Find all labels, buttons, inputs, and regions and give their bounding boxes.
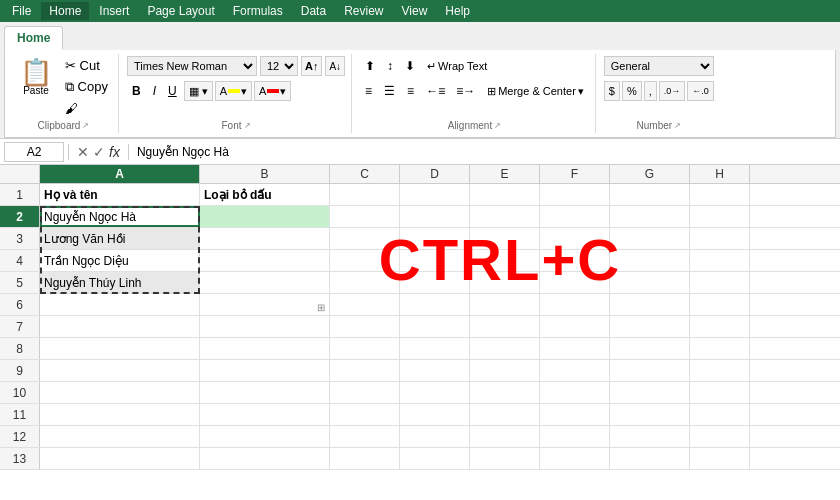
decrease-decimal-button[interactable]: ←.0: [687, 81, 714, 101]
cell-g1[interactable]: [610, 184, 690, 205]
cell-c1[interactable]: [330, 184, 400, 205]
menu-file[interactable]: File: [4, 2, 39, 20]
cell-f13[interactable]: [540, 448, 610, 469]
cell-b7[interactable]: [200, 316, 330, 337]
cell-c10[interactable]: [330, 382, 400, 403]
menu-home[interactable]: Home: [41, 2, 89, 20]
underline-button[interactable]: U: [163, 81, 182, 101]
col-header-f[interactable]: F: [540, 165, 610, 183]
cell-b1[interactable]: Loại bỏ dấu: [200, 184, 330, 205]
cell-f4[interactable]: [540, 250, 610, 271]
font-expand-icon[interactable]: ↗: [244, 121, 251, 130]
cell-a13[interactable]: [40, 448, 200, 469]
cell-d13[interactable]: [400, 448, 470, 469]
cut-button[interactable]: ✂ Cut: [61, 56, 112, 75]
cell-e13[interactable]: [470, 448, 540, 469]
row-header-5[interactable]: 5: [0, 272, 40, 293]
cell-f7[interactable]: [540, 316, 610, 337]
number-expand-icon[interactable]: ↗: [674, 121, 681, 130]
cell-f6[interactable]: [540, 294, 610, 315]
cell-c4[interactable]: [330, 250, 400, 271]
row-header-6[interactable]: 6: [0, 294, 40, 315]
cell-g4[interactable]: [610, 250, 690, 271]
comma-button[interactable]: ,: [644, 81, 657, 101]
cell-c13[interactable]: [330, 448, 400, 469]
cell-g11[interactable]: [610, 404, 690, 425]
copy-button[interactable]: ⧉ Copy: [61, 77, 112, 97]
cell-h1[interactable]: [690, 184, 750, 205]
percent-button[interactable]: %: [622, 81, 642, 101]
cell-a9[interactable]: [40, 360, 200, 381]
align-left-button[interactable]: ≡: [360, 81, 377, 101]
cell-e2[interactable]: [470, 206, 540, 227]
cell-h6[interactable]: [690, 294, 750, 315]
confirm-icon[interactable]: ✓: [93, 144, 105, 160]
cell-a7[interactable]: [40, 316, 200, 337]
cell-h13[interactable]: [690, 448, 750, 469]
cell-e1[interactable]: [470, 184, 540, 205]
cell-h5[interactable]: [690, 272, 750, 293]
cell-c5[interactable]: [330, 272, 400, 293]
cell-e3[interactable]: [470, 228, 540, 249]
cell-b4[interactable]: [200, 250, 330, 271]
cell-d5[interactable]: [400, 272, 470, 293]
cell-d11[interactable]: [400, 404, 470, 425]
cell-e7[interactable]: [470, 316, 540, 337]
align-middle-button[interactable]: ↕: [382, 56, 398, 76]
cell-c9[interactable]: [330, 360, 400, 381]
align-right-button[interactable]: ≡: [402, 81, 419, 101]
cell-h3[interactable]: [690, 228, 750, 249]
cell-d9[interactable]: [400, 360, 470, 381]
decrease-font-size-button[interactable]: A↓: [325, 56, 345, 76]
cell-g13[interactable]: [610, 448, 690, 469]
cell-a6[interactable]: [40, 294, 200, 315]
cell-b9[interactable]: [200, 360, 330, 381]
increase-font-size-button[interactable]: A↑: [301, 56, 322, 76]
cell-h9[interactable]: [690, 360, 750, 381]
cell-f11[interactable]: [540, 404, 610, 425]
cell-f3[interactable]: [540, 228, 610, 249]
cell-f5[interactable]: [540, 272, 610, 293]
cell-d2[interactable]: [400, 206, 470, 227]
cell-g8[interactable]: [610, 338, 690, 359]
row-header-2[interactable]: 2: [0, 206, 40, 227]
col-header-c[interactable]: C: [330, 165, 400, 183]
cell-b8[interactable]: [200, 338, 330, 359]
cell-d7[interactable]: [400, 316, 470, 337]
cell-e11[interactable]: [470, 404, 540, 425]
cell-f10[interactable]: [540, 382, 610, 403]
cell-a4[interactable]: Trần Ngọc Diệu: [40, 250, 200, 271]
cell-f12[interactable]: [540, 426, 610, 447]
cell-g7[interactable]: [610, 316, 690, 337]
alignment-expand-icon[interactable]: ↗: [494, 121, 501, 130]
row-header-4[interactable]: 4: [0, 250, 40, 271]
cell-f8[interactable]: [540, 338, 610, 359]
font-color-button[interactable]: A ▾: [254, 81, 291, 101]
cell-h7[interactable]: [690, 316, 750, 337]
cell-g5[interactable]: [610, 272, 690, 293]
format-painter-button[interactable]: 🖌: [61, 99, 112, 118]
cell-a2[interactable]: Nguyễn Ngọc Hà: [40, 206, 200, 227]
cell-e4[interactable]: [470, 250, 540, 271]
cell-c6[interactable]: [330, 294, 400, 315]
align-center-button[interactable]: ☰: [379, 81, 400, 101]
row-header-13[interactable]: 13: [0, 448, 40, 469]
cell-h4[interactable]: [690, 250, 750, 271]
cell-c11[interactable]: [330, 404, 400, 425]
row-header-12[interactable]: 12: [0, 426, 40, 447]
cell-d12[interactable]: [400, 426, 470, 447]
cell-h11[interactable]: [690, 404, 750, 425]
menu-help[interactable]: Help: [437, 2, 478, 20]
cell-d3[interactable]: [400, 228, 470, 249]
cell-e8[interactable]: [470, 338, 540, 359]
cell-a5[interactable]: Nguyễn Thúy Linh: [40, 272, 200, 293]
cell-f1[interactable]: [540, 184, 610, 205]
cell-b10[interactable]: [200, 382, 330, 403]
border-button[interactable]: ▦ ▾: [184, 81, 213, 101]
cell-b2[interactable]: [200, 206, 330, 227]
cell-a11[interactable]: [40, 404, 200, 425]
cell-d8[interactable]: [400, 338, 470, 359]
cell-reference-input[interactable]: [4, 142, 64, 162]
cancel-icon[interactable]: ✕: [77, 144, 89, 160]
cell-a12[interactable]: [40, 426, 200, 447]
